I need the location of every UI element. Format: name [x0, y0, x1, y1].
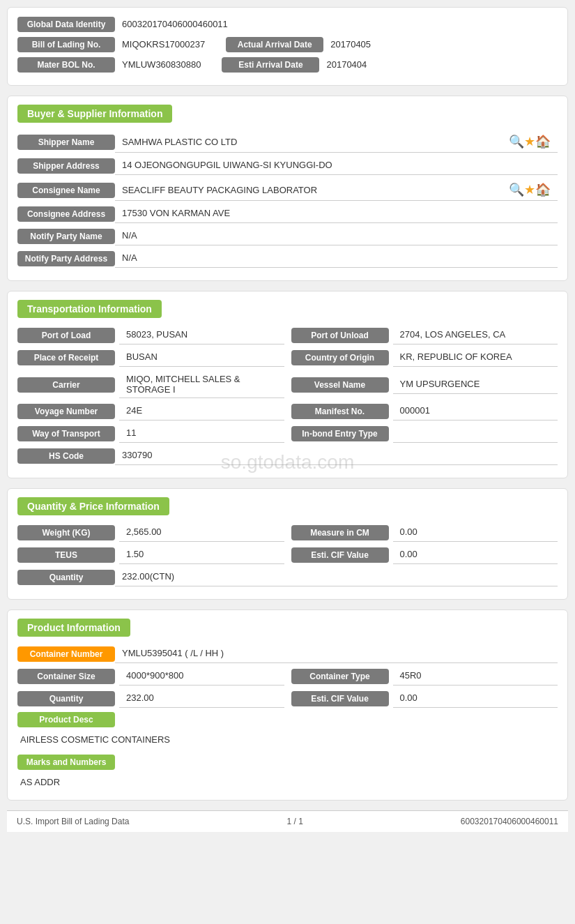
manifest-no-value: 000001: [393, 402, 558, 421]
container-type-label: Container Type: [291, 669, 389, 684]
port-of-load-label: Port of Load: [17, 328, 115, 343]
product-esti-cif-label: Esti. CIF Value: [291, 691, 389, 706]
way-inbond-row: Way of Transport 11 In-bond Entry Type: [17, 425, 558, 443]
weight-measure-row: Weight (KG) 2,565.00 Measure in CM 0.00: [17, 524, 558, 542]
shipper-star-icon[interactable]: ★: [524, 134, 535, 149]
consignee-name-value: SEACLIFF BEAUTY PACKAGING LABORATOR: [122, 185, 509, 195]
country-of-origin-group: Country of Origin KR, REPUBLIC OF KOREA: [291, 349, 558, 367]
actual-arrival-date-pair: Actual Arrival Date 20170405: [226, 36, 393, 52]
product-title: Product Information: [17, 619, 130, 637]
teus-group: TEUS 1.50: [17, 546, 284, 564]
marks-numbers-label-row: Marks and Numbers: [17, 755, 558, 770]
mater-bol-pair: Mater BOL No. YMLUW360830880: [17, 56, 208, 73]
product-desc-label-row: Product Desc: [17, 712, 558, 727]
esti-arrival-date-value: 20170404: [319, 56, 389, 73]
esti-arrival-date-label: Esti Arrival Date: [222, 57, 319, 73]
port-of-load-value: 58023, PUSAN: [119, 326, 284, 344]
vessel-name-group: Vessel Name YM UPSURGENCE: [291, 371, 558, 398]
hs-code-label: HS Code: [17, 448, 115, 464]
product-quantity-value: 232.00: [119, 690, 284, 708]
esti-cif-value-value: 0.00: [393, 546, 558, 564]
consignee-name-label: Consignee Name: [17, 183, 115, 198]
measure-in-cm-group: Measure in CM 0.00: [291, 524, 558, 542]
place-of-receipt-label: Place of Receipt: [17, 350, 115, 365]
carrier-value: MIQO, MITCHELL SALES & STORAGE I: [119, 371, 284, 398]
way-of-transport-label: Way of Transport: [17, 426, 115, 441]
container-number-row: Container Number YMLU5395041 ( /L / HH ): [17, 645, 558, 663]
notify-party-name-row: Notify Party Name N/A: [17, 227, 558, 245]
product-quantity-group: Quantity 232.00: [17, 690, 284, 708]
container-type-group: Container Type 45R0: [291, 667, 558, 686]
in-bond-entry-type-group: In-bond Entry Type: [291, 425, 558, 443]
bill-of-lading-value: MIQOKRS17000237: [115, 36, 212, 52]
global-data-identity-row: Global Data Identity 6003201704060004600…: [17, 16, 558, 32]
buyer-supplier-header: Buyer & Supplier Information: [17, 105, 558, 123]
carrier-vessel-row: Carrier MIQO, MITCHELL SALES & STORAGE I…: [17, 371, 558, 398]
shipper-home-icon[interactable]: 🏠: [535, 134, 551, 149]
measure-in-cm-label: Measure in CM: [291, 525, 389, 540]
shipper-search-icon[interactable]: 🔍: [509, 134, 524, 149]
bill-of-lading-row: Bill of Lading No. MIQOKRS17000237 Actua…: [17, 36, 558, 52]
quantity-price-card: Quantity & Price Information Weight (KG)…: [7, 488, 568, 600]
consignee-address-value: 17530 VON KARMAN AVE: [115, 205, 558, 223]
port-load-unload-row: Port of Load 58023, PUSAN Port of Unload…: [17, 326, 558, 344]
manifest-no-group: Manifest No. 000001: [291, 402, 558, 421]
container-number-label: Container Number: [17, 646, 115, 662]
global-data-identity-label: Global Data Identity: [17, 17, 115, 32]
consignee-home-icon[interactable]: 🏠: [535, 182, 551, 197]
product-desc-value: AIRLESS COSMETIC CONTAINERS: [17, 730, 558, 749]
consignee-address-label: Consignee Address: [17, 206, 115, 222]
esti-cif-value-label: Esti. CIF Value: [291, 547, 389, 563]
consignee-search-icon[interactable]: 🔍: [509, 182, 524, 197]
hs-code-row: HS Code 330790: [17, 447, 558, 465]
mater-bol-row: Mater BOL No. YMLUW360830880 Esti Arriva…: [17, 56, 558, 73]
product-card: Product Information Container Number YML…: [7, 609, 568, 801]
transportation-title: Transportation Information: [17, 300, 162, 318]
port-of-load-group: Port of Load 58023, PUSAN: [17, 326, 284, 344]
vessel-name-label: Vessel Name: [291, 377, 389, 393]
notify-party-name-label: Notify Party Name: [17, 229, 115, 244]
port-of-unload-label: Port of Unload: [291, 328, 389, 343]
teus-cif-row: TEUS 1.50 Esti. CIF Value 0.00: [17, 546, 558, 564]
quantity-price-title: Quantity & Price Information: [17, 497, 169, 515]
container-size-value: 4000*900*800: [119, 667, 284, 686]
buyer-supplier-card: Buyer & Supplier Information Shipper Nam…: [7, 96, 568, 281]
in-bond-entry-type-value: [393, 425, 558, 443]
esti-cif-value-group: Esti. CIF Value 0.00: [291, 546, 558, 564]
shipper-address-row: Shipper Address 14 OJEONGONGUPGIL UIWANG…: [17, 157, 558, 175]
weight-kg-label: Weight (KG): [17, 525, 115, 540]
product-esti-cif-value: 0.00: [393, 690, 558, 708]
container-size-group: Container Size 4000*900*800: [17, 667, 284, 686]
page: Global Data Identity 6003201704060004600…: [0, 0, 575, 924]
in-bond-entry-type-label: In-bond Entry Type: [291, 426, 389, 441]
shipper-name-value-container: SAMHWA PLASTIC CO LTD 🔍 ★ 🏠: [115, 131, 558, 153]
weight-kg-value: 2,565.00: [119, 524, 284, 542]
voyage-manifest-row: Voyage Number 24E Manifest No. 000001: [17, 402, 558, 421]
product-desc-label: Product Desc: [17, 712, 115, 727]
quantity-value: 232.00(CTN): [115, 568, 558, 586]
footer-center: 1 / 1: [286, 817, 302, 826]
notify-party-address-row: Notify Party Address N/A: [17, 250, 558, 268]
way-of-transport-group: Way of Transport 11: [17, 425, 284, 443]
port-of-unload-group: Port of Unload 2704, LOS ANGELES, CA: [291, 326, 558, 344]
buyer-supplier-title: Buyer & Supplier Information: [17, 105, 172, 123]
transportation-card: Transportation Information Port of Load …: [7, 291, 568, 478]
quantity-label: Quantity: [17, 570, 115, 585]
vessel-name-value: YM UPSURGENCE: [393, 376, 558, 394]
consignee-address-row: Consignee Address 17530 VON KARMAN AVE: [17, 205, 558, 223]
marks-numbers-label: Marks and Numbers: [17, 755, 115, 770]
product-qty-cif-row: Quantity 232.00 Esti. CIF Value 0.00: [17, 690, 558, 708]
container-size-type-row: Container Size 4000*900*800 Container Ty…: [17, 667, 558, 686]
global-data-identity-value: 600320170406000460011: [115, 16, 558, 32]
notify-party-address-label: Notify Party Address: [17, 251, 115, 266]
shipper-name-value: SAMHWA PLASTIC CO LTD: [122, 137, 509, 147]
bill-of-lading-pair: Bill of Lading No. MIQOKRS17000237: [17, 36, 212, 52]
esti-arrival-date-pair: Esti Arrival Date 20170404: [222, 56, 389, 73]
carrier-label: Carrier: [17, 377, 115, 393]
consignee-star-icon[interactable]: ★: [524, 182, 535, 197]
place-of-receipt-value: BUSAN: [119, 349, 284, 367]
consignee-name-row: Consignee Name SEACLIFF BEAUTY PACKAGING…: [17, 179, 558, 201]
shipper-name-label: Shipper Name: [17, 135, 115, 150]
product-esti-cif-group: Esti. CIF Value 0.00: [291, 690, 558, 708]
mater-bol-label: Mater BOL No.: [17, 57, 115, 73]
